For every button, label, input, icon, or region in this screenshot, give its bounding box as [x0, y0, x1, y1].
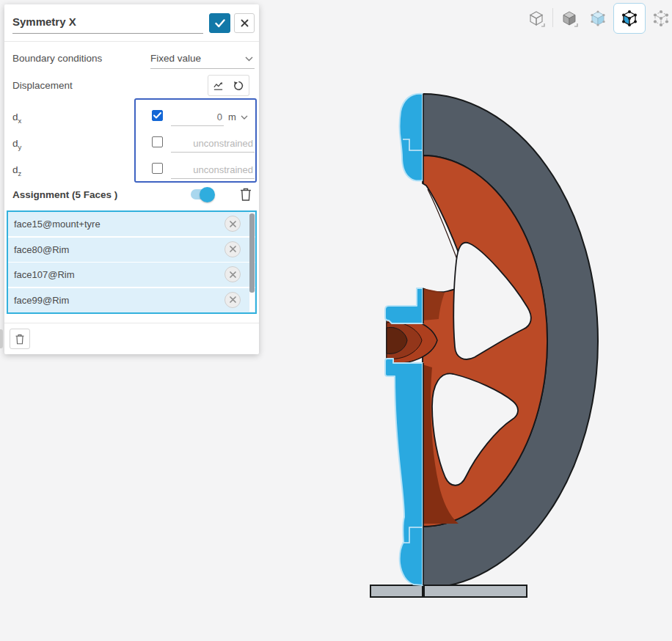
cut-face-flange-upper[interactable]: [385, 288, 423, 323]
remove-x-icon: [230, 221, 236, 227]
boundary-condition-panel: Symmetry X Boundary conditions Fixed val…: [4, 4, 259, 354]
close-button[interactable]: [234, 13, 255, 33]
confirm-button[interactable]: [209, 13, 230, 33]
dy-checkbox[interactable]: [152, 136, 163, 147]
boundary-conditions-label: Boundary conditions: [12, 53, 102, 64]
face-list-item[interactable]: face107@Rim: [8, 263, 255, 287]
dx-label: dx: [12, 111, 21, 125]
viewport[interactable]: Symmetry X Boundary conditions Fixed val…: [0, 0, 672, 641]
ground-plate-right[interactable]: [424, 585, 527, 597]
assigned-faces-list: face15@mount+tyre face80@Rim face107@Rim: [7, 210, 257, 314]
solid-cube-button[interactable]: [557, 6, 582, 31]
dx-unit-select[interactable]: m: [228, 111, 236, 122]
footer-divider: [4, 323, 259, 323]
dx-value-input[interactable]: 0: [171, 111, 222, 122]
cut-face-tyre-top[interactable]: [400, 94, 423, 181]
transparent-cube-button[interactable]: [585, 6, 610, 31]
vertex-selection-cube-icon: [651, 9, 671, 28]
remove-face-button[interactable]: [224, 292, 241, 308]
dz-value-input[interactable]: unconstrained: [171, 164, 253, 175]
dz-label: dz: [12, 164, 21, 177]
chevron-down-icon[interactable]: [245, 56, 253, 62]
assignment-label: Assignment (5 Faces ): [12, 189, 117, 200]
dz-checkbox[interactable]: [152, 163, 163, 174]
face-name: face107@Rim: [14, 269, 75, 280]
toolbar-divider: [552, 8, 553, 27]
boundary-conditions-underline: [150, 68, 255, 69]
panel-title: Symmetry X: [12, 15, 76, 28]
face-selection-cube-button[interactable]: [613, 3, 646, 34]
displacement-label: Displacement: [12, 80, 73, 91]
dz-underline: [171, 178, 255, 179]
dy-value-input[interactable]: unconstrained: [171, 138, 253, 149]
remove-face-button[interactable]: [224, 241, 241, 257]
assignment-clear-button[interactable]: [238, 187, 254, 203]
vertex-selection-cube-button[interactable]: [649, 6, 672, 31]
toggle-knob: [200, 187, 215, 202]
face-list-item[interactable]: face15@mount+tyre: [8, 212, 255, 236]
face-list-item[interactable]: face80@Rim: [8, 238, 255, 262]
selection-toolbar: [514, 0, 672, 37]
delete-boundary-condition-button[interactable]: [10, 329, 30, 349]
unit-chevron-down-icon[interactable]: [241, 115, 248, 120]
trash-icon: [239, 187, 252, 202]
formula-chart-button[interactable]: [208, 75, 229, 96]
assignment-visibility-toggle[interactable]: [191, 189, 213, 199]
check-icon: [215, 19, 225, 28]
transparent-cube-icon: [588, 9, 607, 28]
close-icon: [241, 19, 249, 27]
face-name: face15@mount+tyre: [14, 219, 101, 230]
dx-checkbox[interactable]: [152, 110, 163, 121]
face-name: face80@Rim: [14, 244, 69, 255]
dy-underline: [171, 152, 255, 153]
solid-cube-icon: [560, 9, 579, 28]
remove-face-button[interactable]: [224, 216, 241, 232]
chart-icon: [213, 80, 224, 92]
cut-face-flange-lower[interactable]: [385, 359, 423, 585]
remove-x-icon: [230, 271, 236, 278]
checkbox-check-icon: [153, 112, 161, 119]
wireframe-cube-button[interactable]: [524, 6, 549, 31]
page-scrollbar[interactable]: [0, 329, 3, 348]
remove-x-icon: [230, 296, 236, 303]
dx-underline: [171, 125, 224, 126]
wireframe-cube-icon: [527, 9, 546, 28]
dy-label: dy: [12, 138, 21, 151]
reset-button[interactable]: [228, 75, 249, 96]
reset-icon: [233, 80, 244, 92]
face-name: face99@Rim: [14, 295, 69, 306]
ground-plate-left[interactable]: [370, 585, 423, 597]
boundary-conditions-select[interactable]: Fixed value: [150, 53, 201, 64]
trash-icon: [15, 333, 25, 345]
remove-face-button[interactable]: [224, 266, 241, 282]
header-divider: [4, 41, 259, 42]
face-list-item[interactable]: face99@Rim: [8, 288, 255, 312]
face-list-scrollbar[interactable]: [249, 213, 255, 312]
panel-title-field[interactable]: Symmetry X: [12, 13, 203, 34]
face-list-scrollbar-thumb[interactable]: [249, 213, 255, 293]
face-selection-cube-icon: [620, 9, 639, 28]
remove-x-icon: [230, 246, 236, 252]
